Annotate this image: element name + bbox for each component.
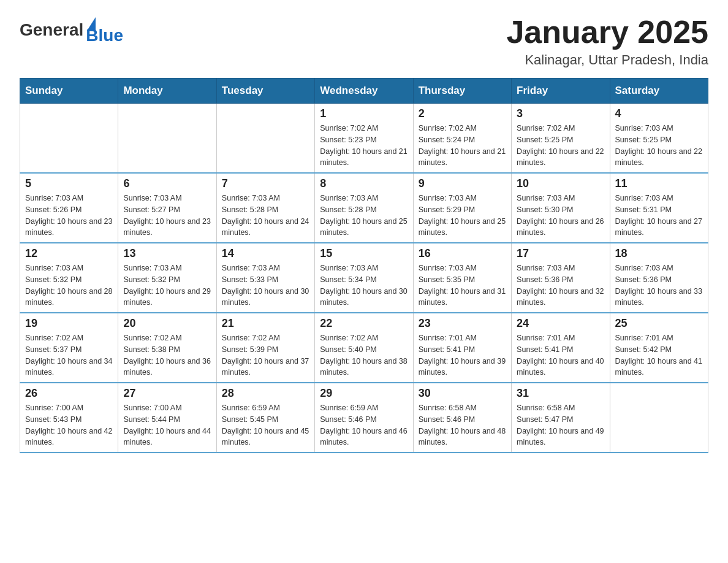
logo: General Blue [20, 15, 123, 45]
calendar-cell: 19Sunrise: 7:02 AMSunset: 5:37 PMDayligh… [20, 313, 118, 383]
day-header-thursday: Thursday [413, 79, 511, 104]
day-number: 27 [123, 387, 211, 400]
day-number: 19 [25, 317, 113, 330]
day-info: Sunrise: 7:03 AMSunset: 5:35 PMDaylight:… [419, 262, 506, 308]
day-info: Sunrise: 7:03 AMSunset: 5:31 PMDaylight:… [615, 193, 703, 239]
calendar-cell: 29Sunrise: 6:59 AMSunset: 5:46 PMDayligh… [315, 383, 413, 453]
day-number: 5 [25, 177, 113, 190]
day-info: Sunrise: 7:02 AMSunset: 5:24 PMDaylight:… [419, 123, 506, 169]
logo-text-general: General [20, 20, 83, 40]
day-number: 10 [517, 177, 604, 190]
day-info: Sunrise: 7:03 AMSunset: 5:28 PMDaylight:… [222, 193, 309, 239]
calendar-table: SundayMondayTuesdayWednesdayThursdayFrid… [20, 78, 708, 453]
calendar-body: 1Sunrise: 7:02 AMSunset: 5:23 PMDaylight… [20, 104, 708, 453]
calendar-header: SundayMondayTuesdayWednesdayThursdayFrid… [20, 79, 708, 104]
calendar-week-4: 19Sunrise: 7:02 AMSunset: 5:37 PMDayligh… [20, 313, 708, 383]
day-info: Sunrise: 6:58 AMSunset: 5:46 PMDaylight:… [419, 402, 506, 448]
day-number: 24 [517, 317, 604, 330]
calendar-cell: 9Sunrise: 7:03 AMSunset: 5:29 PMDaylight… [413, 173, 511, 243]
calendar-cell: 2Sunrise: 7:02 AMSunset: 5:24 PMDaylight… [413, 104, 511, 174]
day-number: 8 [320, 177, 408, 190]
day-number: 9 [419, 177, 506, 190]
calendar-week-3: 12Sunrise: 7:03 AMSunset: 5:32 PMDayligh… [20, 243, 708, 313]
day-info: Sunrise: 7:02 AMSunset: 5:39 PMDaylight:… [222, 332, 309, 378]
day-info: Sunrise: 7:01 AMSunset: 5:42 PMDaylight:… [615, 332, 703, 378]
day-number: 4 [615, 107, 703, 120]
day-number: 13 [123, 247, 211, 260]
days-of-week-row: SundayMondayTuesdayWednesdayThursdayFrid… [20, 79, 708, 104]
calendar-cell: 24Sunrise: 7:01 AMSunset: 5:41 PMDayligh… [512, 313, 610, 383]
calendar-week-1: 1Sunrise: 7:02 AMSunset: 5:23 PMDaylight… [20, 104, 708, 174]
day-info: Sunrise: 6:58 AMSunset: 5:47 PMDaylight:… [517, 402, 604, 448]
day-number: 31 [517, 387, 604, 400]
calendar-week-2: 5Sunrise: 7:03 AMSunset: 5:26 PMDaylight… [20, 173, 708, 243]
day-number: 7 [222, 177, 309, 190]
day-number: 6 [123, 177, 211, 190]
day-number: 15 [320, 247, 408, 260]
day-number: 17 [517, 247, 604, 260]
day-number: 16 [419, 247, 506, 260]
calendar-subtitle: Kalinagar, Uttar Pradesh, India [506, 52, 708, 68]
day-number: 28 [222, 387, 309, 400]
day-info: Sunrise: 7:02 AMSunset: 5:37 PMDaylight:… [25, 332, 113, 378]
day-number: 25 [615, 317, 703, 330]
day-number: 18 [615, 247, 703, 260]
calendar-cell: 15Sunrise: 7:03 AMSunset: 5:34 PMDayligh… [315, 243, 413, 313]
day-info: Sunrise: 7:02 AMSunset: 5:25 PMDaylight:… [517, 123, 604, 169]
day-info: Sunrise: 7:03 AMSunset: 5:34 PMDaylight:… [320, 262, 408, 308]
calendar-cell: 20Sunrise: 7:02 AMSunset: 5:38 PMDayligh… [118, 313, 216, 383]
day-number: 23 [419, 317, 506, 330]
day-info: Sunrise: 7:03 AMSunset: 5:27 PMDaylight:… [123, 193, 211, 239]
calendar-cell: 3Sunrise: 7:02 AMSunset: 5:25 PMDaylight… [512, 104, 610, 174]
calendar-cell: 30Sunrise: 6:58 AMSunset: 5:46 PMDayligh… [413, 383, 511, 453]
calendar-cell: 23Sunrise: 7:01 AMSunset: 5:41 PMDayligh… [413, 313, 511, 383]
day-number: 12 [25, 247, 113, 260]
calendar-cell: 26Sunrise: 7:00 AMSunset: 5:43 PMDayligh… [20, 383, 118, 453]
day-number: 14 [222, 247, 309, 260]
day-info: Sunrise: 6:59 AMSunset: 5:45 PMDaylight:… [222, 402, 309, 448]
day-info: Sunrise: 7:03 AMSunset: 5:28 PMDaylight:… [320, 193, 408, 239]
day-info: Sunrise: 7:02 AMSunset: 5:38 PMDaylight:… [123, 332, 211, 378]
calendar-cell [610, 383, 708, 453]
calendar-cell: 22Sunrise: 7:02 AMSunset: 5:40 PMDayligh… [315, 313, 413, 383]
day-info: Sunrise: 7:03 AMSunset: 5:30 PMDaylight:… [517, 193, 604, 239]
day-number: 26 [25, 387, 113, 400]
day-number: 1 [320, 107, 408, 120]
calendar-cell [118, 104, 216, 174]
day-number: 30 [419, 387, 506, 400]
day-info: Sunrise: 6:59 AMSunset: 5:46 PMDaylight:… [320, 402, 408, 448]
day-info: Sunrise: 7:03 AMSunset: 5:25 PMDaylight:… [615, 123, 703, 169]
calendar-cell: 27Sunrise: 7:00 AMSunset: 5:44 PMDayligh… [118, 383, 216, 453]
title-section: January 2025 Kalinagar, Uttar Pradesh, I… [506, 15, 708, 68]
calendar-cell: 5Sunrise: 7:03 AMSunset: 5:26 PMDaylight… [20, 173, 118, 243]
day-info: Sunrise: 7:00 AMSunset: 5:43 PMDaylight:… [25, 402, 113, 448]
calendar-cell: 11Sunrise: 7:03 AMSunset: 5:31 PMDayligh… [610, 173, 708, 243]
calendar-cell: 7Sunrise: 7:03 AMSunset: 5:28 PMDaylight… [216, 173, 314, 243]
day-number: 29 [320, 387, 408, 400]
calendar-cell: 31Sunrise: 6:58 AMSunset: 5:47 PMDayligh… [512, 383, 610, 453]
day-info: Sunrise: 7:02 AMSunset: 5:40 PMDaylight:… [320, 332, 408, 378]
day-info: Sunrise: 7:03 AMSunset: 5:32 PMDaylight:… [123, 262, 211, 308]
calendar-cell: 6Sunrise: 7:03 AMSunset: 5:27 PMDaylight… [118, 173, 216, 243]
day-number: 2 [419, 107, 506, 120]
day-info: Sunrise: 7:01 AMSunset: 5:41 PMDaylight:… [517, 332, 604, 378]
day-header-saturday: Saturday [610, 79, 708, 104]
day-header-monday: Monday [118, 79, 216, 104]
day-info: Sunrise: 7:03 AMSunset: 5:33 PMDaylight:… [222, 262, 309, 308]
calendar-cell: 10Sunrise: 7:03 AMSunset: 5:30 PMDayligh… [512, 173, 610, 243]
calendar-cell: 14Sunrise: 7:03 AMSunset: 5:33 PMDayligh… [216, 243, 314, 313]
day-info: Sunrise: 7:02 AMSunset: 5:23 PMDaylight:… [320, 123, 408, 169]
day-info: Sunrise: 7:03 AMSunset: 5:36 PMDaylight:… [517, 262, 604, 308]
calendar-cell: 13Sunrise: 7:03 AMSunset: 5:32 PMDayligh… [118, 243, 216, 313]
calendar-cell [216, 104, 314, 174]
day-header-tuesday: Tuesday [216, 79, 314, 104]
calendar-cell: 4Sunrise: 7:03 AMSunset: 5:25 PMDaylight… [610, 104, 708, 174]
day-info: Sunrise: 7:01 AMSunset: 5:41 PMDaylight:… [419, 332, 506, 378]
calendar-cell: 17Sunrise: 7:03 AMSunset: 5:36 PMDayligh… [512, 243, 610, 313]
calendar-cell: 18Sunrise: 7:03 AMSunset: 5:36 PMDayligh… [610, 243, 708, 313]
day-number: 3 [517, 107, 604, 120]
day-info: Sunrise: 7:00 AMSunset: 5:44 PMDaylight:… [123, 402, 211, 448]
day-header-wednesday: Wednesday [315, 79, 413, 104]
day-info: Sunrise: 7:03 AMSunset: 5:29 PMDaylight:… [419, 193, 506, 239]
calendar-cell: 25Sunrise: 7:01 AMSunset: 5:42 PMDayligh… [610, 313, 708, 383]
